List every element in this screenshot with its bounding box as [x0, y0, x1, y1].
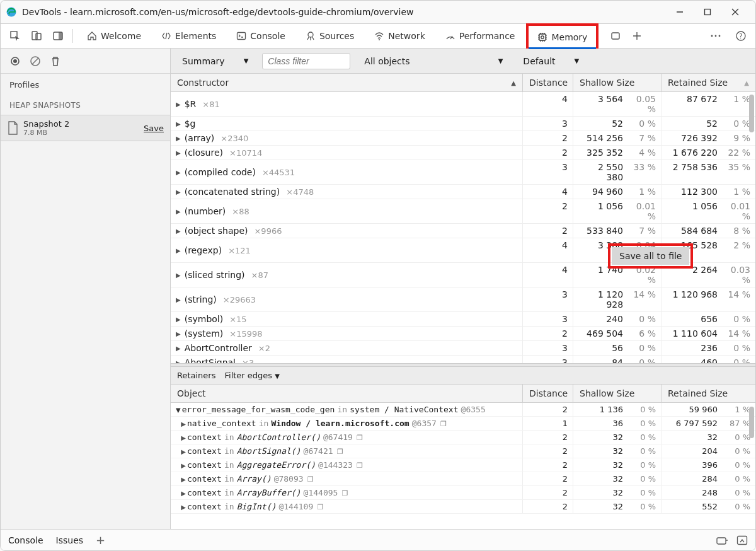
drawer-expand-icon[interactable] — [736, 535, 748, 545]
constructor-row[interactable]: ▶(system)×159982469 5046 %1 110 60414 % — [171, 327, 755, 341]
retainer-row[interactable]: ▶context in AggregateError() @144323 ❐23… — [171, 458, 755, 472]
svg-point-12 — [379, 39, 380, 40]
memory-icon — [537, 32, 547, 42]
col-distance[interactable]: Distance — [522, 385, 573, 402]
edge-logo-icon — [6, 6, 17, 18]
constructor-row[interactable]: ▶(concatenated string)×4748494 9601 %112… — [171, 185, 755, 199]
window-titlebar: DevTools - learn.microsoft.com/en-us/mic… — [1, 1, 755, 23]
save-all-to-file-menuitem[interactable]: Save all to file — [612, 247, 689, 265]
col-retained-size[interactable]: Retained Size — [661, 385, 755, 402]
retainers-toolbar: Retainers Filter edges ▼ — [171, 367, 755, 385]
devtools-toolbar: Welcome Elements Console Sources Network… — [1, 23, 755, 49]
constructor-row[interactable]: ▶$R×8143 5640.05 %87 6721 % — [171, 92, 755, 117]
retainer-row[interactable]: ▶context in ArrayBuffer() @144095 ❐2320 … — [171, 486, 755, 500]
constructor-row[interactable]: ▶(number)×8821 0560.01 %1 0560.01 % — [171, 199, 755, 224]
tab-performance[interactable]: Performance — [437, 23, 524, 49]
svg-line-27 — [32, 58, 38, 64]
all-objects-dropdown[interactable]: All objects▼ — [358, 54, 509, 69]
svg-rect-10 — [238, 33, 246, 40]
tab-label: Performance — [459, 31, 515, 41]
col-object[interactable]: Object — [171, 385, 522, 402]
context-menu-highlight: Save all to file — [608, 243, 693, 269]
constructor-row[interactable]: ▶(symbol)×1532400 %6560 % — [171, 312, 755, 327]
constructor-row[interactable]: ▶AbortSignal×33840 %4600 % — [171, 356, 755, 363]
class-filter-input[interactable] — [262, 53, 350, 69]
delete-button[interactable] — [50, 55, 61, 67]
tab-overflow-button[interactable] — [606, 26, 625, 45]
performance-icon — [445, 31, 455, 41]
console-icon — [236, 31, 246, 41]
clear-button[interactable] — [30, 55, 41, 67]
snapshot-file-icon — [7, 121, 18, 135]
filter-edges-dropdown[interactable]: Filter edges ▼ — [224, 371, 279, 380]
retainer-row[interactable]: ▶context in AbortSignal() @67421 ❐2320 %… — [171, 444, 755, 458]
constructor-row[interactable]: ▶(closure)×107142325 3524 %1 676 22022 % — [171, 146, 755, 160]
dock-side-button[interactable] — [49, 26, 67, 45]
retainer-row[interactable]: ▶context in BigInt() @144109 ❐2320 %5520… — [171, 500, 755, 514]
tab-sources[interactable]: Sources — [297, 23, 363, 49]
window-minimize-button[interactable] — [675, 7, 685, 17]
svg-rect-7 — [36, 33, 41, 40]
tab-memory[interactable]: Memory — [526, 23, 598, 49]
retainer-row[interactable]: ▼error_message_for_wasm_code_gen in syst… — [171, 403, 755, 417]
home-icon — [87, 31, 97, 41]
device-toolbar-button[interactable] — [27, 26, 46, 45]
new-tab-button[interactable] — [627, 26, 646, 45]
elements-icon — [161, 31, 171, 41]
svg-text:?: ? — [739, 33, 742, 40]
drawer-tab-issues[interactable]: Issues — [56, 535, 84, 545]
col-shallow-size[interactable]: Shallow Size — [573, 74, 661, 91]
tab-label: Network — [388, 31, 425, 41]
tab-console[interactable]: Console — [227, 23, 294, 49]
constructor-row[interactable]: ▶$g3520 %520 % — [171, 117, 755, 131]
col-constructor[interactable]: Constructor▲ — [171, 74, 522, 91]
svg-rect-14 — [539, 34, 546, 40]
col-shallow-size[interactable]: Shallow Size — [573, 385, 661, 402]
svg-rect-2 — [705, 9, 711, 15]
col-distance[interactable]: Distance — [522, 74, 573, 91]
tab-elements[interactable]: Elements — [152, 23, 225, 49]
constructor-row[interactable]: ▶(string)×2966331 120 92814 %1 120 96814… — [171, 287, 755, 312]
window-close-button[interactable] — [730, 7, 740, 17]
constructor-row[interactable]: ▶(object shape)×99662533 8407 %584 6848 … — [171, 224, 755, 238]
svg-point-25 — [13, 59, 17, 63]
drawer-tab-console[interactable]: Console — [8, 535, 43, 545]
scrollbar-thumb[interactable] — [749, 95, 754, 132]
dropdown-label: Default — [523, 56, 555, 66]
scrollbar-thumb[interactable] — [749, 407, 754, 438]
svg-point-21 — [719, 35, 721, 37]
record-button[interactable] — [9, 55, 21, 67]
constructor-row[interactable]: ▶(array)×23402514 2567 %726 3929 % — [171, 131, 755, 146]
profiles-heading: Profiles — [1, 74, 170, 96]
constructors-grid-body[interactable]: ▶$R×8143 5640.05 %87 6721 %▶$g3520 %520 … — [171, 92, 755, 363]
tab-network[interactable]: Network — [365, 23, 433, 49]
drawer-computed-icon[interactable] — [716, 535, 728, 545]
bottom-drawer: Console Issues + — [1, 529, 755, 550]
tab-label: Sources — [319, 31, 354, 41]
snapshot-item[interactable]: Snapshot 2 7.8 MB Save — [1, 115, 170, 141]
more-options-button[interactable] — [706, 26, 725, 45]
retainer-row[interactable]: ▶native_context in Window / learn.micros… — [171, 417, 755, 431]
svg-rect-6 — [32, 32, 37, 40]
tab-label: Welcome — [101, 31, 141, 41]
svg-rect-16 — [612, 33, 619, 39]
tab-welcome[interactable]: Welcome — [78, 23, 150, 49]
default-filter-dropdown[interactable]: Default▼ — [517, 54, 585, 69]
constructor-row[interactable]: ▶AbortController×23560 %2360 % — [171, 341, 755, 356]
svg-point-15 — [541, 36, 544, 38]
svg-point-11 — [308, 32, 313, 37]
window-maximize-button[interactable] — [702, 7, 713, 17]
retainer-row[interactable]: ▶context in Array() @78093 ❐2320 %2840 % — [171, 472, 755, 486]
memory-filterbar: Summary▼ All objects▼ Default▼ — [171, 49, 755, 74]
retainers-grid-header: Object Distance Shallow Size Retained Si… — [171, 385, 755, 403]
snapshot-save-button[interactable]: Save — [144, 124, 164, 133]
network-icon — [374, 31, 384, 41]
constructor-row[interactable]: ▶(compiled code)×4453132 550 38033 %2 75… — [171, 160, 755, 185]
summary-perspective-dropdown[interactable]: Summary▼ — [176, 54, 255, 69]
inspect-element-button[interactable] — [6, 26, 25, 45]
drawer-add-tab-button[interactable]: + — [96, 533, 105, 547]
help-button[interactable]: ? — [731, 26, 750, 45]
col-retained-size[interactable]: Retained Size▲ — [661, 74, 755, 91]
retainer-row[interactable]: ▶context in AbortController() @67419 ❐23… — [171, 431, 755, 444]
retainers-grid-body[interactable]: ▼error_message_for_wasm_code_gen in syst… — [171, 403, 755, 529]
